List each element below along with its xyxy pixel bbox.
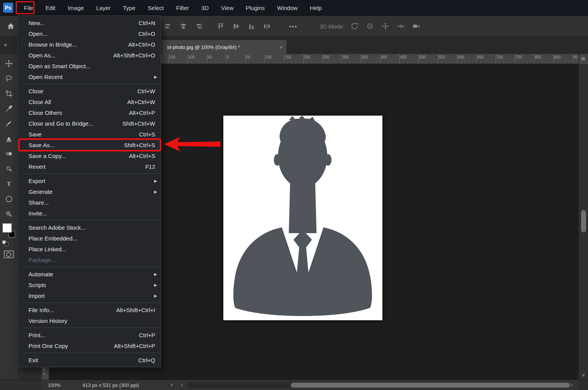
menu-item-exit[interactable]: ExitCtrl+Q [18, 355, 161, 365]
document-tab[interactable]: id-photo.jpg @ 100% (Gray/8#) * × [162, 40, 286, 54]
menu-item-save-a-copy[interactable]: Save a Copy...Alt+Ctrl+S [18, 150, 161, 161]
menu-item-generate[interactable]: Generate▶ [18, 186, 161, 197]
menu-item-print[interactable]: Print...Ctrl+P [18, 329, 161, 340]
menu-item-close-others[interactable]: Close OthersAlt+Ctrl+P [18, 107, 161, 118]
menu-item-print-one-copy[interactable]: Print One CopyAlt+Shift+Ctrl+P [18, 340, 161, 351]
menu-item-label: New... [28, 20, 45, 26]
horizontal-scrollbar-thumb[interactable] [291, 383, 570, 388]
horizontal-scrollbar[interactable] [187, 382, 568, 388]
menubar-item-select[interactable]: Select [142, 0, 170, 15]
scroll-left-icon[interactable]: ‹ [181, 381, 183, 388]
pan-icon[interactable] [382, 22, 389, 30]
align-right-edges-icon[interactable] [195, 22, 203, 30]
menubar-item-edit[interactable]: Edit [39, 0, 62, 15]
menu-item-label: Browse in Bridge... [28, 41, 77, 48]
menu-item-revert[interactable]: RevertF12 [18, 161, 161, 172]
menu-item-open-as-smart-object[interactable]: Open as Smart Object... [18, 61, 161, 71]
menu-item-label: Close [28, 88, 43, 94]
status-bar: 100% 413 px x 531 px (300 ppi) › ‹ › [0, 380, 588, 390]
slide-icon[interactable] [397, 22, 405, 30]
align-left-edges-icon[interactable] [164, 22, 172, 30]
foreground-color-swatch[interactable] [3, 224, 12, 232]
move-tool[interactable] [4, 59, 13, 68]
zoom-tool[interactable] [4, 210, 13, 218]
dodge-tool[interactable] [4, 165, 13, 173]
clone-stamp-tool[interactable] [4, 134, 13, 143]
align-horizontal-centers-icon[interactable] [179, 22, 187, 30]
menubar-item-filter[interactable]: Filter [170, 0, 195, 15]
menu-item-file-info[interactable]: File Info...Alt+Shift+Ctrl+I [18, 304, 161, 315]
crop-tool[interactable] [4, 89, 13, 98]
submenu-arrow-icon: ▶ [154, 283, 157, 287]
menubar-item-plugins[interactable]: Plugins [240, 0, 271, 15]
eyedropper-tool[interactable] [4, 104, 13, 113]
menu-item-open-recent[interactable]: Open Recent▶ [18, 71, 161, 82]
collapse-panel-icon[interactable]: « [4, 41, 7, 48]
ruler-label: 50 [246, 55, 250, 59]
menu-item-place-embedded[interactable]: Place Embedded... [18, 233, 161, 244]
menubar-item-layer[interactable]: Layer [90, 0, 117, 15]
menu-item-share[interactable]: Share... [18, 197, 161, 208]
menu-bar: Ps FileEditImageLayerTypeSelectFilter3DV… [0, 0, 588, 15]
ruler-label: 750 [516, 55, 522, 59]
align-top-edges-icon[interactable] [217, 22, 224, 30]
ruler-label: 250 [323, 55, 330, 59]
status-flyout-icon[interactable]: › [171, 381, 173, 388]
menubar-item-view[interactable]: View [215, 0, 240, 15]
menubar-item-window[interactable]: Window [271, 0, 303, 15]
submenu-arrow-icon: ▶ [154, 75, 157, 79]
menu-item-browse-in-bridge[interactable]: Browse in Bridge...Alt+Ctrl+O [18, 39, 161, 50]
menubar-item-help[interactable]: Help [304, 0, 328, 15]
color-swatches[interactable] [3, 224, 15, 237]
menu-item-close-all[interactable]: Close AllAlt+Ctrl+W [18, 96, 161, 107]
menu-item-close-and-go-to-bridge[interactable]: Close and Go to Bridge...Shift+Ctrl+W [18, 118, 161, 129]
menubar-item-3d[interactable]: 3D [195, 0, 215, 15]
lasso-tool[interactable] [4, 74, 13, 83]
menu-item-close[interactable]: CloseCtrl+W [18, 86, 161, 96]
menu-item-new[interactable]: New...Ctrl+N [18, 17, 161, 28]
zoom-level-field[interactable]: 100% [48, 382, 60, 388]
menubar-item-file[interactable]: File [18, 0, 39, 15]
align-bottom-edges-icon[interactable] [248, 22, 255, 30]
menu-item-label: Place Embedded... [28, 235, 77, 242]
menu-item-save[interactable]: SaveCtrl+S [18, 129, 161, 140]
menu-item-search-adobe-stock[interactable]: Search Adobe Stock... [18, 222, 161, 233]
document-window[interactable] [223, 116, 382, 320]
menu-item-version-history[interactable]: Version History [18, 315, 161, 326]
menu-item-scripts[interactable]: Scripts▶ [18, 279, 161, 290]
shape-icon [5, 195, 13, 203]
home-icon[interactable] [7, 22, 15, 30]
menu-item-place-linked[interactable]: Place Linked... [18, 244, 161, 254]
scroll-down-icon[interactable]: ∨ [579, 372, 588, 377]
menu-item-invite[interactable]: Invite... [18, 208, 161, 219]
camera-icon[interactable] [412, 22, 420, 30]
default-colors-icon[interactable] [2, 240, 8, 246]
ruler-label: 800 [535, 55, 541, 59]
menu-item-import[interactable]: Import▶ [18, 290, 161, 301]
clone-stamp-icon [5, 135, 13, 143]
menu-separator [22, 220, 160, 220]
roll-icon[interactable] [366, 22, 374, 30]
ruler-label: 350 [362, 55, 368, 59]
orbit-icon[interactable] [351, 22, 358, 30]
vertical-scrollbar[interactable]: ∨ [578, 54, 588, 380]
brush-tool[interactable] [4, 119, 13, 128]
distribute-horizontal-icon[interactable] [263, 22, 271, 30]
vertical-scrollbar-thumb[interactable] [581, 210, 586, 232]
scroll-right-icon[interactable]: › [571, 381, 573, 388]
more-options-button[interactable]: ••• [289, 23, 298, 30]
menu-item-open-as[interactable]: Open As...Alt+Shift+Ctrl+O [18, 50, 161, 61]
align-vertical-centers-icon[interactable] [232, 22, 240, 30]
type-tool[interactable]: T [4, 180, 13, 188]
menu-item-open[interactable]: Open...Ctrl+O [18, 28, 161, 39]
photoshop-logo-icon: Ps [3, 3, 13, 13]
shape-tool[interactable] [4, 195, 13, 203]
quick-mask-icon[interactable] [4, 250, 14, 258]
menu-item-save-as[interactable]: Save As...Shift+Ctrl+S [18, 140, 161, 150]
menu-item-automate[interactable]: Automate▶ [18, 269, 161, 279]
tab-close-icon[interactable]: × [279, 44, 283, 50]
menubar-item-image[interactable]: Image [62, 0, 90, 15]
menu-item-export[interactable]: Export▶ [18, 175, 161, 186]
gradient-tool[interactable] [4, 150, 13, 158]
menubar-item-type[interactable]: Type [117, 0, 142, 15]
